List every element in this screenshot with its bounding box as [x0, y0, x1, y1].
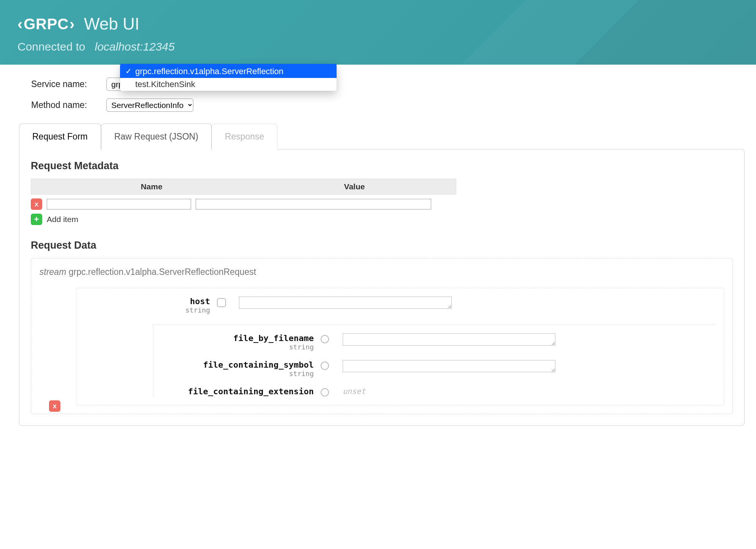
connected-label: Connected to [17, 40, 85, 53]
field-type: string [162, 343, 314, 351]
service-name-label: Service name: [31, 79, 100, 89]
grpc-logo: GRPC [17, 16, 75, 33]
request-data-box: stream grpc.reflection.v1alpha.ServerRef… [31, 258, 733, 414]
service-name-dropdown: grpc.reflection.v1alpha.ServerReflection… [120, 64, 337, 91]
tab-response[interactable]: Response [212, 124, 278, 149]
oneof-group: file_by_filename string file_containing_… [153, 325, 715, 397]
delete-message-button[interactable]: X [49, 400, 60, 412]
method-name-label: Method name: [31, 100, 100, 110]
service-option[interactable]: test.KitchenSink [120, 78, 337, 91]
close-icon: X [35, 201, 38, 208]
delete-metadata-button[interactable]: X [31, 198, 42, 210]
app-title: Web UI [84, 14, 139, 33]
oneof-row: file_containing_extension unset [162, 387, 715, 397]
field-input[interactable] [343, 360, 555, 372]
field-type: string [85, 306, 210, 314]
field-type-unset: unset [343, 387, 715, 396]
oneof-row: file_by_filename string [162, 333, 715, 351]
service-option-selected[interactable]: grpc.reflection.v1alpha.ServerReflection [120, 65, 337, 78]
metadata-value-input[interactable] [196, 199, 431, 209]
add-metadata-button[interactable]: + [31, 214, 42, 225]
field-name: host [85, 297, 210, 306]
metadata-name-input[interactable] [47, 199, 191, 209]
oneof-radio[interactable] [321, 388, 329, 397]
tab-bar: Request Form Raw Request (JSON) Response [19, 123, 756, 149]
tab-request-form[interactable]: Request Form [19, 124, 101, 149]
metadata-heading: Request Metadata [31, 160, 733, 172]
connection-status: Connected to localhost:12345 [17, 40, 739, 53]
plus-icon: + [34, 215, 39, 224]
oneof-radio[interactable] [321, 362, 329, 370]
tab-raw-request[interactable]: Raw Request (JSON) [101, 124, 212, 149]
connection-host: localhost:12345 [95, 40, 174, 53]
field-input[interactable] [343, 333, 555, 346]
request-form-panel: Request Metadata Name Value X + Add item [19, 149, 745, 426]
metadata-col-name: Name [50, 179, 253, 194]
field-name: file_containing_symbol [162, 360, 314, 370]
metadata-row: X [31, 198, 456, 210]
close-icon: X [53, 403, 57, 409]
method-name-select[interactable]: ServerReflectionInfo [106, 98, 193, 112]
metadata-col-value: Value [253, 179, 456, 194]
message-fields-box: host string file_by_filename string [76, 288, 724, 405]
metadata-header-row: Name Value [31, 179, 456, 195]
field-presence-toggle[interactable] [217, 298, 226, 307]
field-type: string [162, 370, 314, 378]
stream-keyword: stream [40, 267, 66, 277]
field-input-host[interactable] [239, 297, 452, 309]
field-name: file_by_filename [162, 333, 314, 343]
field-row-host: host string [85, 297, 715, 314]
add-item-label: Add item [47, 215, 78, 224]
request-data-heading: Request Data [31, 240, 733, 251]
header-banner: GRPC Web UI Connected to localhost:12345 [0, 0, 756, 65]
message-type-name: grpc.reflection.v1alpha.ServerReflection… [69, 267, 256, 277]
message-type-line: stream grpc.reflection.v1alpha.ServerRef… [40, 267, 724, 277]
oneof-radio[interactable] [321, 335, 329, 343]
oneof-row: file_containing_symbol string [162, 360, 715, 378]
field-name: file_containing_extension [162, 387, 314, 396]
add-metadata-row: + Add item [31, 214, 456, 225]
